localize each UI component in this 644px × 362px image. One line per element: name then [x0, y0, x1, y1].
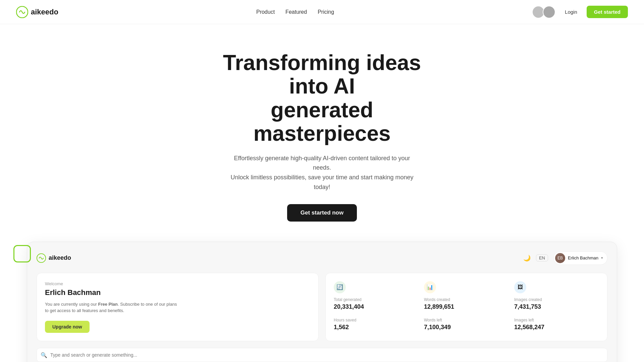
hero-sub-line1: Effortlessly generate high-quality AI-dr…	[234, 155, 410, 171]
hero-title-line2: generated masterpieces	[253, 98, 390, 145]
stat-value-total: 20,331,404	[334, 303, 419, 310]
search-row: 🔍	[37, 348, 607, 362]
welcome-desc-line2: to get access to all features and benefi…	[45, 308, 124, 313]
stat-words-left: Words left 7,100,349	[424, 318, 509, 333]
navbar: aikeedo Product Featured Pricing Login G…	[0, 0, 644, 24]
hero-section: Transforming ideas into AI generated mas…	[0, 24, 644, 242]
user-avatar: EB	[555, 253, 565, 263]
welcome-description: You are currently using our Free Plan. S…	[45, 301, 310, 314]
login-button[interactable]: Login	[561, 6, 581, 17]
welcome-desc-line1: You are currently using our Free Plan. S…	[45, 302, 177, 307]
hero-title: Transforming ideas into AI generated mas…	[205, 51, 439, 145]
nav-avatars	[532, 6, 555, 18]
get-started-nav-button[interactable]: Get started	[587, 6, 628, 18]
stat-label-images-left: Images left	[514, 318, 599, 322]
stat-label-words: Words created	[424, 297, 509, 302]
stat-words-created: 📊 Words created 12,899,651	[424, 281, 509, 312]
stat-label-words-left: Words left	[424, 318, 509, 322]
dashboard-frame: aikeedo 🌙 EN EB Erlich Bachman ▾ Welcome…	[27, 242, 617, 362]
stat-label-hours: Hours saved	[334, 318, 419, 322]
dashboard-content: Welcome Erlich Bachman You are currently…	[37, 273, 607, 362]
logo[interactable]: aikeedo	[16, 6, 58, 18]
dashboard-navbar: aikeedo 🌙 EN EB Erlich Bachman ▾	[37, 251, 607, 265]
stat-images-created: 🖼 Images created 7,431,753	[514, 281, 599, 312]
dashboard-logo: aikeedo	[37, 253, 71, 263]
welcome-label: Welcome	[45, 281, 310, 286]
search-icon: 🔍	[41, 352, 47, 358]
language-badge[interactable]: EN	[536, 254, 548, 261]
hero-subtitle: Effortlessly generate high-quality AI-dr…	[228, 154, 416, 192]
nav-links: Product Featured Pricing	[256, 9, 334, 15]
dashboard-logo-icon	[37, 253, 46, 263]
stat-label-total: Total generated	[334, 297, 419, 302]
stat-value-words-left: 7,100,349	[424, 324, 509, 331]
stat-label-images: Images created	[514, 297, 599, 302]
stat-value-images-left: 12,568,247	[514, 324, 599, 331]
stat-icon-total: 🔄	[334, 281, 346, 293]
search-input[interactable]	[37, 348, 607, 362]
search-section: 🔍	[37, 348, 607, 362]
stat-icon-words: 📊	[424, 281, 436, 293]
stat-total-generated: 🔄 Total generated 20,331,404	[334, 281, 419, 312]
user-dropdown[interactable]: EB Erlich Bachman ▾	[553, 251, 607, 265]
welcome-user-name: Erlich Bachman	[45, 288, 310, 297]
logo-icon	[16, 6, 28, 18]
chevron-down-icon: ▾	[601, 256, 603, 260]
nav-link-featured[interactable]: Featured	[285, 9, 307, 15]
upgrade-now-button[interactable]: Upgrade now	[45, 321, 90, 333]
dashboard-logo-text: aikeedo	[49, 254, 71, 261]
green-square-decoration	[13, 245, 31, 262]
hero-title-line1: Transforming ideas into AI	[223, 51, 421, 98]
welcome-card: Welcome Erlich Bachman You are currently…	[37, 273, 319, 341]
stat-hours-saved: Hours saved 1,562	[334, 318, 419, 333]
avatar-2	[543, 6, 555, 18]
dashboard-nav-right: 🌙 EN EB Erlich Bachman ▾	[523, 251, 607, 265]
preview-wrapper: aikeedo 🌙 EN EB Erlich Bachman ▾ Welcome…	[0, 242, 644, 362]
nav-link-product[interactable]: Product	[256, 9, 275, 15]
stat-value-words: 12,899,651	[424, 303, 509, 310]
user-avatar-initials: EB	[557, 256, 563, 260]
get-started-now-button[interactable]: Get started now	[287, 204, 357, 222]
logo-text: aikeedo	[31, 8, 58, 16]
nav-link-pricing[interactable]: Pricing	[318, 9, 334, 15]
stat-value-hours: 1,562	[334, 324, 419, 331]
stat-icon-images: 🖼	[514, 281, 526, 293]
stat-value-images: 7,431,753	[514, 303, 599, 310]
stats-card: 🔄 Total generated 20,331,404 📊 Words cre…	[325, 273, 607, 341]
theme-toggle-icon[interactable]: 🌙	[523, 254, 531, 262]
hero-sub-line2: Unlock limitless possibilities, save you…	[230, 174, 413, 190]
nav-right: Login Get started	[532, 6, 628, 18]
stat-images-left: Images left 12,568,247	[514, 318, 599, 333]
user-name: Erlich Bachman	[568, 255, 598, 260]
